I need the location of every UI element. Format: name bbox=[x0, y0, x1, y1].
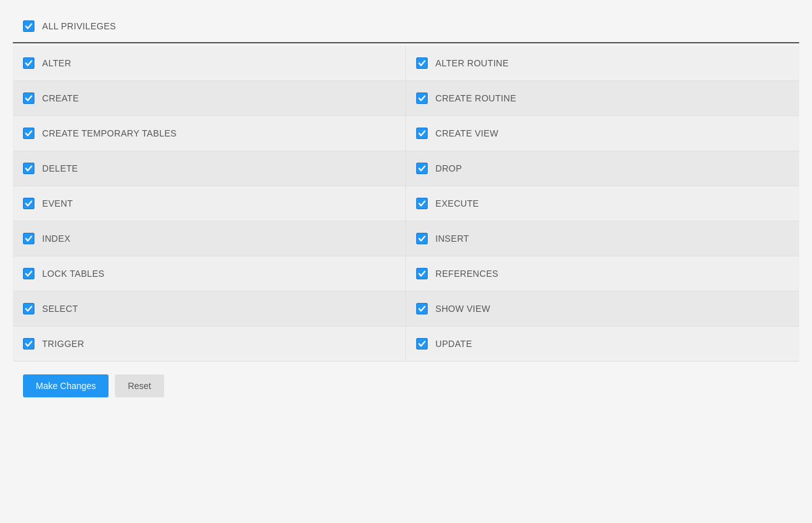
checkbox-wrapper-select[interactable]: SELECT bbox=[23, 303, 78, 314]
checkbox-wrapper-trigger[interactable]: TRIGGER bbox=[23, 338, 84, 350]
privilege-cell-create-view: CREATE VIEW bbox=[406, 116, 799, 151]
privilege-cell-drop: DROP bbox=[406, 151, 799, 186]
checkbox-wrapper-alter-routine[interactable]: ALTER ROUTINE bbox=[416, 57, 509, 69]
label-references: REFERENCES bbox=[435, 269, 499, 279]
checkbox-wrapper-create[interactable]: CREATE bbox=[23, 92, 79, 104]
label-create: CREATE bbox=[42, 93, 79, 103]
privilege-cell-alter-routine: ALTER ROUTINE bbox=[406, 46, 799, 81]
all-privileges-label: ALL PRIVILEGES bbox=[42, 21, 116, 31]
checkbox-alter-routine[interactable] bbox=[416, 57, 428, 69]
label-lock-tables: LOCK TABLES bbox=[42, 269, 105, 279]
checkbox-wrapper-create-view[interactable]: CREATE VIEW bbox=[416, 128, 499, 139]
section-divider bbox=[13, 42, 799, 43]
label-index: INDEX bbox=[42, 233, 70, 244]
checkbox-wrapper-show-view[interactable]: SHOW VIEW bbox=[416, 303, 490, 314]
checkbox-wrapper-references[interactable]: REFERENCES bbox=[416, 268, 499, 279]
checkbox-wrapper-alter[interactable]: ALTER bbox=[23, 57, 71, 69]
all-privileges-checkbox[interactable] bbox=[23, 20, 34, 32]
label-create-temporary-tables: CREATE TEMPORARY TABLES bbox=[42, 128, 177, 138]
label-trigger: TRIGGER bbox=[42, 339, 84, 349]
privilege-cell-create-routine: CREATE ROUTINE bbox=[406, 81, 799, 116]
privilege-cell-insert: INSERT bbox=[406, 221, 799, 256]
privilege-cell-show-view: SHOW VIEW bbox=[406, 291, 799, 327]
checkbox-show-view[interactable] bbox=[416, 303, 428, 314]
checkbox-wrapper-create-routine[interactable]: CREATE ROUTINE bbox=[416, 92, 516, 104]
label-update: UPDATE bbox=[435, 339, 472, 349]
privilege-cell-delete: DELETE bbox=[13, 151, 406, 186]
label-show-view: SHOW VIEW bbox=[435, 304, 490, 314]
checkbox-event[interactable] bbox=[23, 198, 34, 209]
label-create-view: CREATE VIEW bbox=[435, 128, 499, 138]
label-event: EVENT bbox=[42, 198, 73, 209]
checkbox-wrapper-event[interactable]: EVENT bbox=[23, 198, 73, 209]
checkbox-insert[interactable] bbox=[416, 233, 428, 244]
label-alter-routine: ALTER ROUTINE bbox=[435, 58, 509, 68]
checkbox-index[interactable] bbox=[23, 233, 34, 244]
checkbox-alter[interactable] bbox=[23, 57, 34, 69]
all-privileges-row: ALL PRIVILEGES bbox=[13, 13, 799, 40]
checkbox-execute[interactable] bbox=[416, 198, 428, 209]
all-privileges-checkbox-wrapper[interactable]: ALL PRIVILEGES bbox=[23, 20, 116, 32]
privilege-cell-references: REFERENCES bbox=[406, 256, 799, 291]
checkbox-wrapper-drop[interactable]: DROP bbox=[416, 163, 462, 174]
privilege-cell-alter: ALTER bbox=[13, 46, 406, 81]
checkbox-wrapper-index[interactable]: INDEX bbox=[23, 233, 70, 244]
checkbox-lock-tables[interactable] bbox=[23, 268, 34, 279]
checkbox-wrapper-lock-tables[interactable]: LOCK TABLES bbox=[23, 268, 105, 279]
checkbox-wrapper-create-temporary-tables[interactable]: CREATE TEMPORARY TABLES bbox=[23, 128, 177, 139]
checkbox-wrapper-update[interactable]: UPDATE bbox=[416, 338, 472, 350]
checkbox-create-routine[interactable] bbox=[416, 92, 428, 104]
checkbox-wrapper-execute[interactable]: EXECUTE bbox=[416, 198, 479, 209]
label-delete: DELETE bbox=[42, 163, 78, 173]
privileges-grid: ALTER ALTER ROUTINE CREATE bbox=[13, 46, 799, 362]
checkbox-update[interactable] bbox=[416, 338, 428, 350]
label-select: SELECT bbox=[42, 304, 78, 314]
privilege-cell-event: EVENT bbox=[13, 186, 406, 221]
checkbox-create-temporary-tables[interactable] bbox=[23, 128, 34, 139]
buttons-row: Make Changes Reset bbox=[13, 362, 799, 410]
checkbox-trigger[interactable] bbox=[23, 338, 34, 350]
privilege-cell-execute: EXECUTE bbox=[406, 186, 799, 221]
checkbox-wrapper-delete[interactable]: DELETE bbox=[23, 163, 78, 174]
checkbox-wrapper-insert[interactable]: INSERT bbox=[416, 233, 469, 244]
privilege-cell-create: CREATE bbox=[13, 81, 406, 116]
label-alter: ALTER bbox=[42, 58, 71, 68]
label-execute: EXECUTE bbox=[435, 198, 479, 209]
make-changes-button[interactable]: Make Changes bbox=[23, 374, 109, 397]
checkbox-references[interactable] bbox=[416, 268, 428, 279]
privilege-cell-lock-tables: LOCK TABLES bbox=[13, 256, 406, 291]
label-insert: INSERT bbox=[435, 233, 469, 244]
privilege-cell-index: INDEX bbox=[13, 221, 406, 256]
label-create-routine: CREATE ROUTINE bbox=[435, 93, 516, 103]
checkbox-delete[interactable] bbox=[23, 163, 34, 174]
privileges-container: ALL PRIVILEGES ALTER ALTER ROU bbox=[13, 13, 799, 410]
label-drop: DROP bbox=[435, 163, 462, 173]
checkbox-select[interactable] bbox=[23, 303, 34, 314]
reset-button[interactable]: Reset bbox=[115, 374, 164, 397]
checkbox-create-view[interactable] bbox=[416, 128, 428, 139]
checkbox-drop[interactable] bbox=[416, 163, 428, 174]
privilege-cell-trigger: TRIGGER bbox=[13, 327, 406, 362]
privilege-cell-update: UPDATE bbox=[406, 327, 799, 362]
privilege-cell-create-temporary-tables: CREATE TEMPORARY TABLES bbox=[13, 116, 406, 151]
checkbox-create[interactable] bbox=[23, 92, 34, 104]
privilege-cell-select: SELECT bbox=[13, 291, 406, 327]
